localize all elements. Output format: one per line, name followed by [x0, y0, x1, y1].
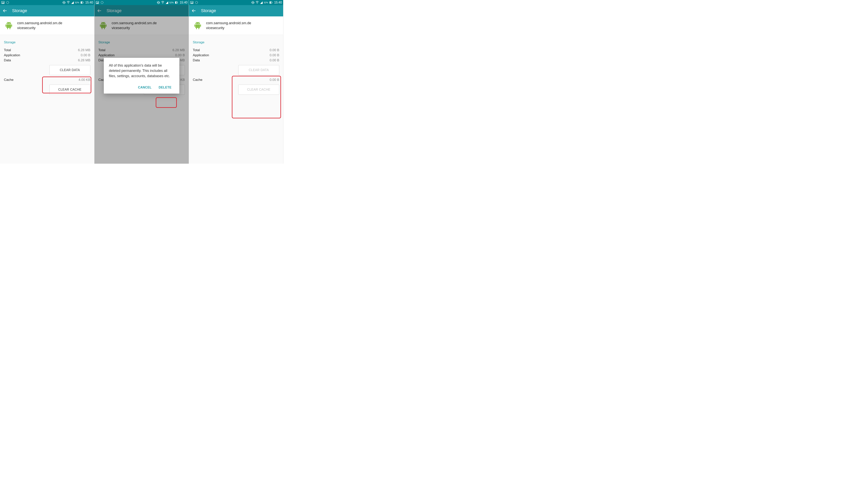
clock: 15:40	[180, 1, 188, 4]
app-header: com.samsung.android.sm.devicesecurity	[0, 16, 94, 35]
row-total: Total6.28 MB	[4, 48, 90, 52]
clear-data-button: CLEAR DATA	[238, 65, 279, 75]
battery-icon	[175, 1, 178, 4]
storage-section: Storage Total6.28 MB Application0.00 B D…	[0, 35, 94, 101]
delete-button[interactable]: DELETE	[156, 83, 174, 92]
battery-icon	[80, 1, 84, 4]
signal-icon	[165, 1, 168, 4]
signal-icon	[260, 1, 263, 4]
wifi-icon	[161, 1, 164, 4]
clear-data-dialog: All of this application's data will be d…	[104, 58, 179, 93]
row-total: Total0.00 B	[193, 48, 279, 52]
status-bar: 52% 15:40	[189, 0, 283, 5]
row-application: Application0.00 B	[4, 53, 90, 57]
battery-percent: 52%	[264, 1, 268, 4]
battery-percent: 52%	[75, 1, 79, 4]
clear-data-button[interactable]: CLEAR DATA	[49, 65, 90, 75]
clock: 15:40	[274, 1, 282, 4]
wifi-icon	[256, 1, 259, 4]
screen-dialog: 52% 15:40 Storage com.samsung.android.sm…	[94, 0, 189, 164]
status-bar: 52% 15:40	[0, 0, 94, 5]
wifi-icon	[67, 1, 70, 4]
section-title: Storage	[193, 41, 279, 44]
dialog-message: All of this application's data will be d…	[109, 63, 174, 79]
picture-icon	[96, 1, 99, 4]
sync-icon	[195, 1, 198, 4]
battery-icon	[269, 1, 273, 4]
row-cache: Cache0.00 B	[193, 78, 279, 82]
picture-icon	[190, 1, 193, 4]
back-button[interactable]	[192, 8, 196, 13]
vibrate-icon	[251, 1, 255, 4]
android-icon	[193, 21, 202, 31]
storage-section: Storage Total0.00 B Application0.00 B Da…	[189, 35, 283, 101]
clear-cache-button[interactable]: CLEAR CACHE	[49, 84, 90, 95]
signal-icon	[71, 1, 74, 4]
back-button[interactable]	[3, 8, 8, 13]
row-data: Data0.00 B	[193, 58, 279, 62]
page-title: Storage	[12, 8, 27, 13]
screen-after: 52% 15:40 Storage com.samsung.android.sm…	[189, 0, 283, 164]
clock: 15:40	[85, 1, 93, 4]
battery-percent: 52%	[169, 1, 174, 4]
vibrate-icon	[157, 1, 160, 4]
vibrate-icon	[62, 1, 66, 4]
status-bar: 52% 15:40	[94, 0, 189, 5]
cancel-button[interactable]: CANCEL	[135, 83, 154, 92]
section-title: Storage	[4, 41, 90, 44]
action-bar: Storage	[189, 5, 283, 16]
row-cache: Cache4.00 KB	[4, 78, 90, 82]
picture-icon	[1, 1, 5, 4]
screen-before: 52% 15:40 Storage com.samsung.android.sm…	[0, 0, 94, 164]
row-data: Data6.28 MB	[4, 58, 90, 62]
clear-cache-button: CLEAR CACHE	[238, 84, 279, 95]
app-package-name: com.samsung.android.sm.devicesecurity	[206, 21, 251, 31]
page-title: Storage	[201, 8, 216, 13]
android-icon	[4, 21, 14, 31]
row-application: Application0.00 B	[193, 53, 279, 57]
sync-icon	[6, 1, 9, 4]
app-package-name: com.samsung.android.sm.devicesecurity	[17, 21, 62, 31]
app-header: com.samsung.android.sm.devicesecurity	[189, 16, 283, 35]
action-bar: Storage	[0, 5, 94, 16]
sync-icon	[100, 1, 104, 4]
